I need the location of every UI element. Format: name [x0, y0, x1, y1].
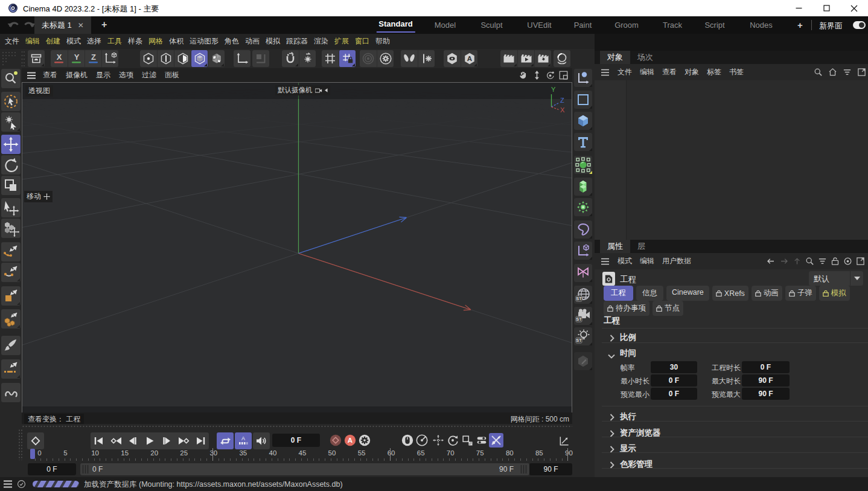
svg-text:A: A: [467, 55, 471, 62]
svg-text:A: A: [348, 437, 353, 444]
svg-text:A: A: [241, 435, 245, 441]
svg-text:X: X: [57, 53, 62, 62]
svg-text:Y: Y: [74, 53, 79, 62]
svg-text:Y: Y: [551, 86, 556, 93]
svg-text:ST: ST: [576, 317, 582, 321]
svg-text:Z: Z: [560, 97, 564, 104]
svg-text:X: X: [560, 106, 565, 114]
svg-text:Z: Z: [91, 53, 96, 62]
svg-text:ST: ST: [576, 338, 582, 342]
svg-text:ST: ST: [576, 297, 582, 301]
